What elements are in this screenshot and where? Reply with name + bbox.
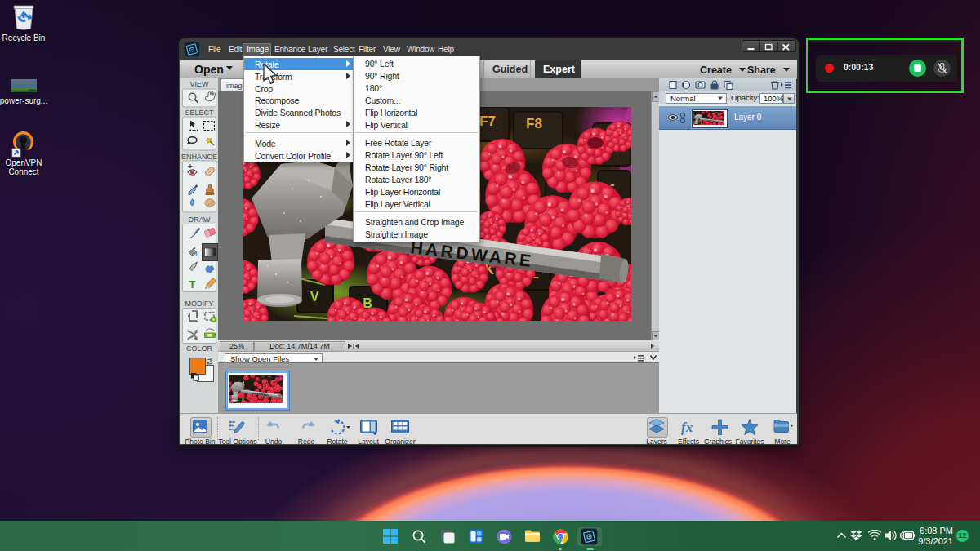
svg-text:ENHANCE: ENHANCE	[181, 153, 217, 161]
svg-text:T: T	[189, 278, 196, 291]
svg-text:fx: fx	[681, 420, 693, 435]
svg-text:DRAW: DRAW	[188, 216, 211, 224]
svg-text:VIEW: VIEW	[189, 80, 209, 88]
svg-text:SELECT: SELECT	[185, 109, 214, 117]
svg-text:COLOR: COLOR	[186, 344, 213, 353]
svg-text:MODIFY: MODIFY	[185, 300, 214, 308]
